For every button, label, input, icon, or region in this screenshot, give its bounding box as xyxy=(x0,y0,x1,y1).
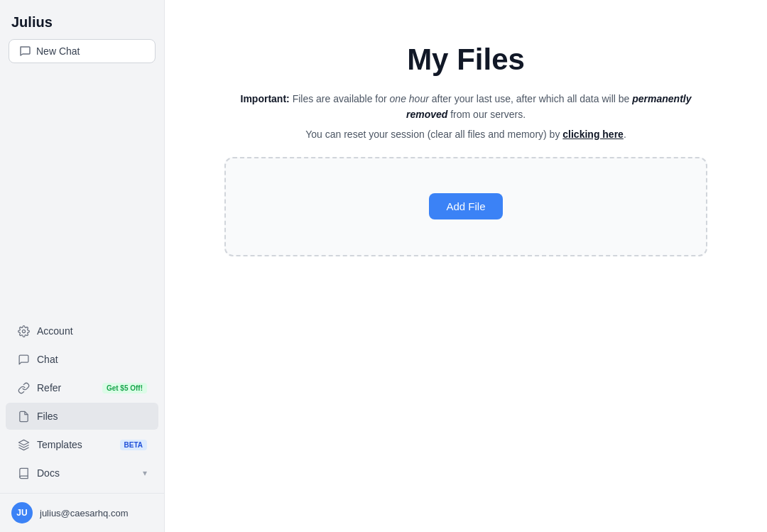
sidebar-item-chat-label: Chat xyxy=(37,354,147,365)
book-icon xyxy=(17,467,30,479)
info-bold: Important: xyxy=(241,93,290,104)
main-content: My Files Important: Files are available … xyxy=(165,0,767,532)
new-chat-label: New Chat xyxy=(36,45,80,57)
info-text-1: Files are available for xyxy=(293,93,390,104)
chat-icon xyxy=(19,45,31,57)
sidebar-item-files[interactable]: Files xyxy=(6,403,158,430)
sidebar-footer: JU julius@caesarhq.com xyxy=(0,493,164,532)
reset-text: You can reset your session (clear all fi… xyxy=(305,129,626,140)
sidebar-item-templates[interactable]: Templates BETA xyxy=(6,431,158,458)
info-text-3: from our servers. xyxy=(447,109,526,120)
sidebar-item-docs-label: Docs xyxy=(37,467,136,479)
sidebar-item-chat[interactable]: Chat xyxy=(6,346,158,373)
layers-icon xyxy=(17,438,30,451)
refer-badge: Get $5 Off! xyxy=(102,383,147,393)
svg-marker-1 xyxy=(18,440,28,445)
file-icon xyxy=(17,410,30,423)
new-chat-button[interactable]: New Chat xyxy=(9,39,156,63)
sidebar: Julius New Chat Account xyxy=(0,0,165,532)
gear-icon xyxy=(17,325,30,337)
sidebar-item-refer[interactable]: Refer Get $5 Off! xyxy=(6,374,158,401)
svg-point-0 xyxy=(22,330,25,332)
chat-bubble-icon xyxy=(17,353,30,366)
refer-icon xyxy=(17,381,30,394)
avatar: JU xyxy=(11,502,33,523)
sidebar-item-account-label: Account xyxy=(37,325,147,337)
info-text: Important: Files are available for one h… xyxy=(224,91,707,123)
page-title: My Files xyxy=(407,43,525,77)
add-file-button[interactable]: Add File xyxy=(429,193,502,219)
reset-prefix: You can reset your session (clear all fi… xyxy=(305,129,562,140)
sidebar-item-templates-label: Templates xyxy=(37,439,113,450)
app-logo: Julius xyxy=(0,0,164,39)
sidebar-item-account[interactable]: Account xyxy=(6,317,158,344)
sidebar-item-files-label: Files xyxy=(37,411,147,422)
sidebar-nav: Account Chat Refer Get $5 Off! xyxy=(0,311,164,493)
reset-suffix: . xyxy=(624,129,626,140)
sidebar-item-docs[interactable]: Docs ▾ xyxy=(6,460,158,487)
user-email: julius@caesarhq.com xyxy=(40,508,128,519)
templates-badge: BETA xyxy=(120,440,147,450)
chevron-down-icon: ▾ xyxy=(143,468,147,478)
reset-link[interactable]: clicking here xyxy=(562,129,624,140)
info-text-2: after your last use, after which all dat… xyxy=(429,93,632,104)
sidebar-item-refer-label: Refer xyxy=(37,382,95,393)
info-italic: one hour xyxy=(390,93,429,104)
file-drop-zone[interactable]: Add File xyxy=(224,157,707,256)
